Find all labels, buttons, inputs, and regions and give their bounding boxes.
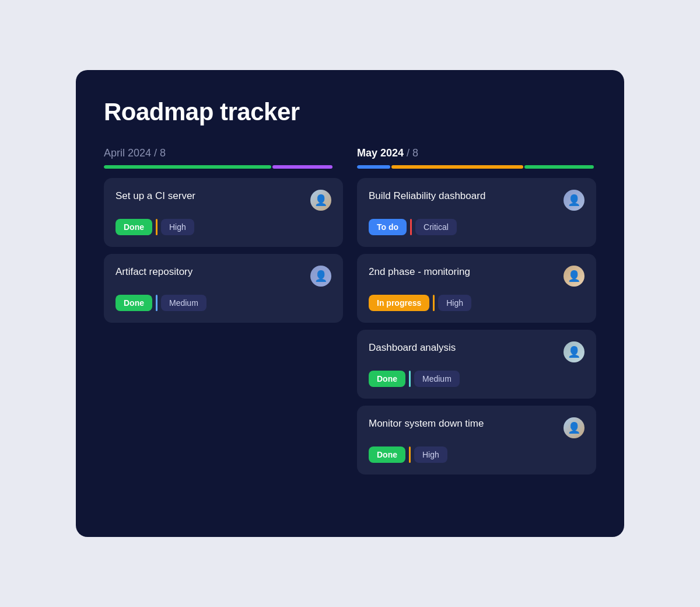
status-badge: To do bbox=[369, 219, 407, 235]
card-title: 2nd phase - monitoring bbox=[369, 266, 564, 278]
status-badge: In progress bbox=[369, 295, 429, 311]
card-header: Dashboard analysis 👤 bbox=[369, 341, 584, 362]
column-may: May 2024 / 8 Build Reliability dashboard bbox=[357, 147, 596, 475]
card-ci-server[interactable]: Set up a CI server 👤 Done High bbox=[104, 178, 343, 247]
progress-segment bbox=[104, 165, 271, 169]
priority-badge: Medium bbox=[161, 295, 206, 311]
progress-bar-april bbox=[104, 165, 343, 169]
card-title: Artifact repository bbox=[116, 266, 310, 278]
status-badge: Done bbox=[369, 446, 405, 463]
priority-badge: High bbox=[161, 219, 194, 235]
avatar-face: 👤 bbox=[568, 347, 580, 357]
avatar: 👤 bbox=[564, 266, 584, 287]
card-badges: Done Medium bbox=[116, 295, 331, 311]
card-badges: In progress High bbox=[369, 295, 584, 311]
card-title: Dashboard analysis bbox=[369, 341, 564, 354]
card-monitoring[interactable]: 2nd phase - monitoring 👤 In progress Hig… bbox=[357, 254, 596, 323]
priority-divider bbox=[156, 295, 158, 311]
avatar-face: 👤 bbox=[568, 423, 580, 433]
column-april: April 2024 / 8 Set up a CI server 👤 bbox=[104, 147, 343, 475]
card-header: 2nd phase - monitoring 👤 bbox=[369, 266, 584, 287]
cards-list-may: Build Reliability dashboard 👤 To do Crit… bbox=[357, 178, 596, 475]
column-count-label: / bbox=[407, 147, 412, 159]
progress-segment bbox=[391, 165, 523, 169]
column-count-label: / bbox=[154, 147, 160, 159]
card-artifact-repo[interactable]: Artifact repository 👤 Done Medium bbox=[104, 254, 343, 323]
avatar: 👤 bbox=[310, 266, 331, 287]
card-dashboard-analysis[interactable]: Dashboard analysis 👤 Done Medium bbox=[357, 330, 596, 399]
card-header: Build Reliability dashboard 👤 bbox=[369, 190, 584, 211]
priority-divider bbox=[433, 295, 435, 311]
avatar: 👤 bbox=[310, 190, 331, 211]
status-badge: Done bbox=[116, 295, 152, 311]
priority-badge: High bbox=[438, 295, 471, 311]
progress-segment bbox=[524, 165, 594, 169]
priority-badge: Medium bbox=[414, 371, 460, 387]
priority-badge: High bbox=[414, 446, 447, 463]
progress-segment bbox=[357, 165, 390, 169]
card-title: Build Reliability dashboard bbox=[369, 190, 564, 203]
card-header: Artifact repository 👤 bbox=[116, 266, 331, 287]
avatar-face: 👤 bbox=[568, 195, 580, 205]
priority-divider bbox=[410, 219, 412, 235]
column-header-may: May 2024 / 8 bbox=[357, 147, 596, 169]
columns-wrapper: April 2024 / 8 Set up a CI server 👤 bbox=[104, 147, 596, 475]
progress-segment bbox=[272, 165, 332, 169]
card-badges: Done Medium bbox=[369, 371, 584, 387]
card-badges: Done High bbox=[116, 219, 331, 235]
column-header-april: April 2024 / 8 bbox=[104, 147, 343, 169]
column-title-april: April 2024 / 8 bbox=[104, 147, 343, 159]
cards-list-april: Set up a CI server 👤 Done High Artifac bbox=[104, 178, 343, 323]
priority-divider bbox=[409, 446, 411, 463]
card-title: Set up a CI server bbox=[116, 190, 310, 203]
status-badge: Done bbox=[116, 219, 152, 235]
card-badges: To do Critical bbox=[369, 219, 584, 235]
avatar-face: 👤 bbox=[314, 271, 327, 281]
avatar: 👤 bbox=[564, 341, 584, 362]
avatar: 👤 bbox=[564, 417, 584, 438]
priority-badge: Critical bbox=[415, 219, 457, 235]
card-badges: Done High bbox=[369, 446, 584, 463]
status-badge: Done bbox=[369, 371, 405, 387]
card-header: Monitor system down time 👤 bbox=[369, 417, 584, 438]
app-container: Roadmap tracker April 2024 / 8 bbox=[76, 70, 624, 537]
page-title: Roadmap tracker bbox=[104, 98, 596, 126]
card-title: Monitor system down time bbox=[369, 417, 564, 430]
priority-divider bbox=[409, 371, 411, 387]
column-title-may: May 2024 / 8 bbox=[357, 147, 596, 159]
card-header: Set up a CI server 👤 bbox=[116, 190, 331, 211]
priority-divider bbox=[156, 219, 158, 235]
progress-bar-may bbox=[357, 165, 596, 169]
avatar-face: 👤 bbox=[314, 195, 327, 205]
avatar: 👤 bbox=[564, 190, 584, 211]
avatar-face: 👤 bbox=[568, 271, 580, 281]
card-reliability-dashboard[interactable]: Build Reliability dashboard 👤 To do Crit… bbox=[357, 178, 596, 247]
card-monitor-downtime[interactable]: Monitor system down time 👤 Done High bbox=[357, 406, 596, 475]
